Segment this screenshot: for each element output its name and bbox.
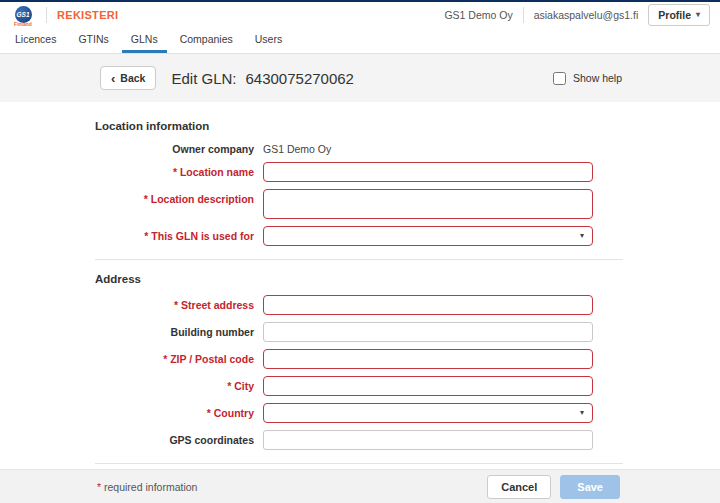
location-name-input[interactable] [263,162,593,182]
gps-coordinates-label: GPS coordinates [95,430,263,446]
required-note-text: required information [104,481,197,493]
location-description-textarea[interactable] [263,189,593,219]
gln-used-for-row: * This GLN is used for ▾ [95,226,623,246]
chevron-down-icon: ▾ [696,11,700,19]
gln-used-for-label-text: This GLN is used for [151,230,254,242]
owner-company-row: Owner company GS1 Demo Oy [95,142,623,155]
user-area: GS1 Demo Oy asiakaspalvelu@gs1.fi Profil… [444,4,710,26]
page-title: Edit GLN: 6430075270062 [171,70,353,87]
gps-coordinates-row: GPS coordinates [95,430,623,450]
section-divider [95,463,623,464]
brand-area: GS1 Finland REKISTERI [10,2,118,28]
zip-postal-code-label: * ZIP / Postal code [95,349,263,365]
building-number-row: Building number [95,322,623,342]
gln-used-for-select[interactable]: ▾ [263,226,593,246]
tab-glns[interactable]: GLNs [122,28,167,53]
location-name-label: * Location name [95,162,263,178]
gps-coordinates-input[interactable] [263,430,593,450]
tab-users[interactable]: Users [246,28,291,53]
country-select[interactable]: ▾ [263,403,593,423]
country-label-text: Country [214,407,254,419]
cancel-button[interactable]: Cancel [487,475,551,499]
gs1-logo-country: Finland [14,21,32,27]
footer-actions: Cancel Save [487,475,620,499]
street-address-row: * Street address [95,295,623,315]
required-asterisk: * [163,353,167,365]
address-section-title: Address [95,273,623,285]
location-description-label: * Location description [95,189,263,205]
tab-gtins[interactable]: GTINs [69,28,117,53]
required-asterisk: * [174,299,178,311]
app-header: GS1 Finland REKISTERI GS1 Demo Oy asiaka… [0,2,720,28]
owner-company-label: Owner company [95,142,263,155]
app-name: REKISTERI [57,9,118,21]
building-number-label: Building number [95,322,263,338]
back-button[interactable]: ‹ Back [100,66,156,90]
city-input[interactable] [263,376,593,396]
required-asterisk: * [207,407,211,419]
street-address-label: * Street address [95,295,263,311]
edit-gln-form: Location information Owner company GS1 D… [95,102,623,469]
zip-postal-code-label-text: ZIP / Postal code [170,353,254,365]
required-asterisk: * [144,230,148,242]
building-number-input[interactable] [263,322,593,342]
street-address-input[interactable] [263,295,593,315]
location-description-row: * Location description [95,189,623,219]
header-divider [523,7,524,23]
profile-button[interactable]: Profile ▾ [648,4,710,26]
zip-postal-code-row: * ZIP / Postal code [95,349,623,369]
page-title-label: Edit GLN: [171,70,236,87]
back-button-label: Back [120,72,145,84]
chevron-down-icon: ▾ [580,232,584,240]
required-asterisk: * [97,481,101,493]
chevron-down-icon: ▾ [580,409,584,417]
show-help-checkbox[interactable] [553,72,566,85]
main-nav: Licences GTINs GLNs Companies Users [0,28,720,54]
page-header-band: ‹ Back Edit GLN: 6430075270062 Show help [0,54,720,102]
user-email: asiakaspalvelu@gs1.fi [534,9,639,21]
street-address-label-text: Street address [181,299,254,311]
city-row: * City [95,376,623,396]
gs1-logo: GS1 Finland [10,6,36,27]
current-company: GS1 Demo Oy [444,9,512,21]
show-help-control: Show help [553,72,622,85]
required-asterisk: * [173,166,177,178]
main-content: Location information Owner company GS1 D… [0,102,720,469]
tab-companies[interactable]: Companies [171,28,242,53]
gln-used-for-label: * This GLN is used for [95,226,263,242]
required-asterisk: * [144,193,148,205]
chevron-left-icon: ‹ [111,74,115,83]
show-help-label: Show help [573,72,622,84]
profile-button-label: Profile [658,9,691,21]
country-label: * Country [95,403,263,419]
footer-bar: * required information Cancel Save [0,469,720,503]
required-information-note: * required information [97,481,197,493]
location-description-label-text: Location description [151,193,254,205]
city-label-text: City [234,380,254,392]
tab-licences[interactable]: Licences [6,28,65,53]
location-name-label-text: Location name [180,166,254,178]
city-label: * City [95,376,263,392]
zip-postal-code-input[interactable] [263,349,593,369]
required-asterisk: * [227,380,231,392]
gln-number: 6430075270062 [245,70,353,87]
section-divider [95,259,623,260]
save-button[interactable]: Save [560,475,620,499]
location-name-row: * Location name [95,162,623,182]
country-row: * Country ▾ [95,403,623,423]
location-section-title: Location information [95,120,623,132]
owner-company-value: GS1 Demo Oy [263,142,593,155]
header-divider [46,7,47,23]
